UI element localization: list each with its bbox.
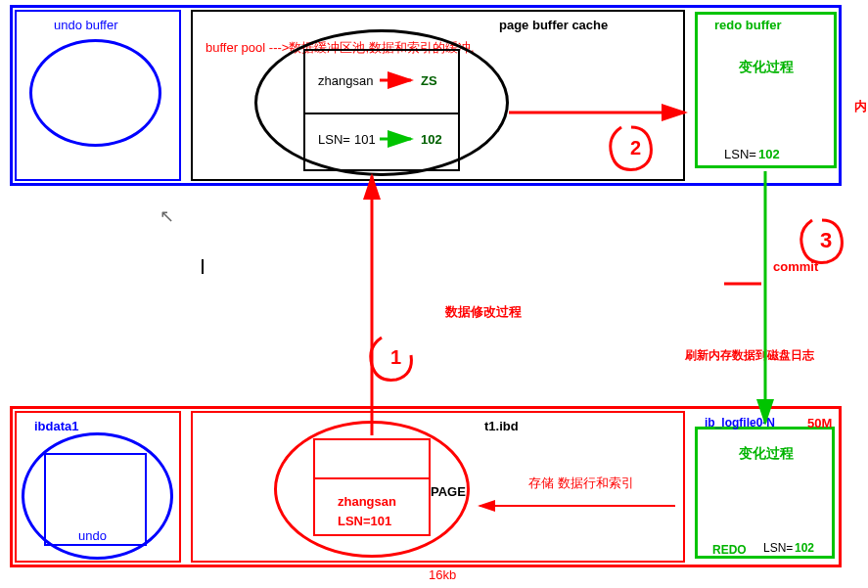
page-divider <box>303 113 460 114</box>
undo-buffer-label: undo buffer <box>54 18 118 32</box>
lsn-102: 102 <box>421 132 442 147</box>
t1-ibd-label: t1.ibd <box>484 419 519 433</box>
lsn-label-1: LSN= <box>318 132 350 147</box>
page-label: PAGE <box>431 484 466 499</box>
page-rect <box>303 49 460 171</box>
lsn-val-lower: 102 <box>795 541 814 555</box>
memory-side-label: 内 <box>854 98 867 115</box>
process-title: 数据修改过程 <box>445 303 522 321</box>
change-lower: 变化过程 <box>739 445 794 463</box>
page-divider-lower <box>313 477 431 479</box>
redo-change-label: 变化过程 <box>739 59 794 76</box>
lsn-101-lower: LSN=101 <box>338 514 391 528</box>
svg-text:3: 3 <box>820 228 832 252</box>
redo-lsn-label: LSN= <box>724 147 756 161</box>
lsn-101: 101 <box>354 132 376 147</box>
undo-label: undo <box>78 528 107 543</box>
cursor-icon: ↖ <box>160 205 174 227</box>
zs-label: ZS <box>421 73 437 88</box>
storage-desc: 存储 数据行和索引 <box>528 475 634 492</box>
redo-buffer-label: redo buffer <box>714 18 782 32</box>
redo-label: REDO <box>712 543 747 557</box>
ib-logfile-label: ib_logfile0-N <box>705 416 775 430</box>
undo-ellipse <box>29 39 161 147</box>
redo-lsn-val: 102 <box>758 147 780 161</box>
zhangsan-label: zhangsan <box>318 73 373 88</box>
commit-label: commit <box>773 259 818 274</box>
flush-desc: 刷新内存数据到磁盘日志 <box>685 347 814 364</box>
zhangsan-lower: zhangsan <box>338 494 396 509</box>
page-buffer-cache-label: page buffer cache <box>499 18 608 32</box>
redo-buffer-box <box>695 12 837 168</box>
lsn-label-lower: LSN= <box>763 541 793 555</box>
size-16kb: 16kb <box>429 567 456 582</box>
svg-text:1: 1 <box>390 346 401 368</box>
ibdata1-label: ibdata1 <box>34 419 79 433</box>
size-50m: 50M <box>807 416 832 430</box>
